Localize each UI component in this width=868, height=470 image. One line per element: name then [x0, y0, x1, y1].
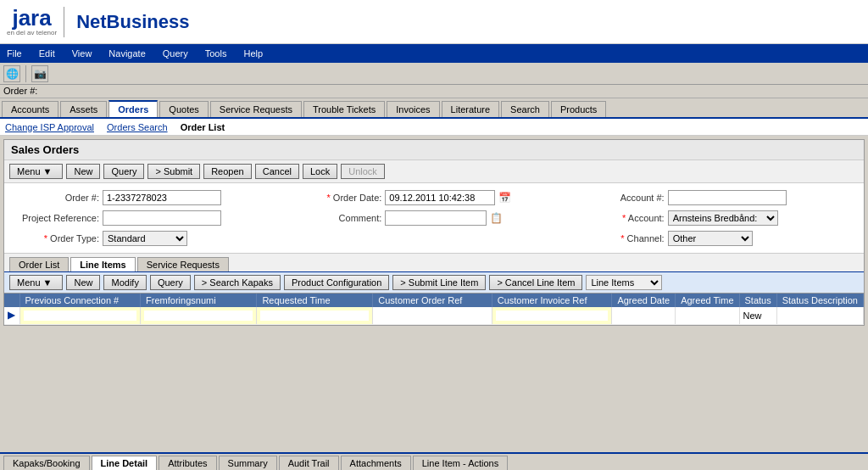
product-config-button[interactable]: Product Configuration	[284, 275, 389, 290]
cell-prev-conn[interactable]	[19, 307, 141, 324]
reopen-button[interactable]: Reopen	[203, 164, 252, 179]
account-select[interactable]: Arnsteins Bredbånd:	[668, 210, 778, 226]
breadcrumb-orders-search[interactable]: Orders Search	[107, 122, 168, 132]
line-new-button[interactable]: New	[66, 275, 100, 290]
comment-label: Comment:	[297, 213, 381, 223]
col-fremfor: Fremforingsnumi	[141, 294, 257, 307]
lock-button[interactable]: Lock	[303, 164, 337, 179]
comment-input[interactable]	[385, 210, 487, 226]
breadcrumb-change-isp[interactable]: Change ISP Approval	[5, 122, 94, 132]
bottom-tabs: Kapaks/Booking Line Detail Attributes Su…	[0, 452, 868, 470]
account-row: Account: Arnsteins Bredbånd:	[580, 210, 854, 226]
line-modify-button[interactable]: Modify	[103, 275, 146, 290]
menu-navigate[interactable]: Navigate	[105, 47, 148, 60]
tab-quotes[interactable]: Quotes	[159, 101, 208, 117]
line-items-table-container: Previous Connection # Fremforingsnumi Re…	[4, 294, 864, 325]
line-menu-button[interactable]: Menu ▼	[9, 275, 63, 290]
tab-orders[interactable]: Orders	[108, 100, 158, 117]
account-num-row: Account #:	[580, 190, 854, 205]
new-button[interactable]: New	[66, 164, 100, 179]
sub-tab-line-items[interactable]: Line Items	[70, 257, 135, 271]
submit-button[interactable]: > Submit	[147, 164, 200, 179]
account-label: Account:	[580, 213, 665, 223]
menu-edit[interactable]: Edit	[36, 47, 58, 60]
bottom-tab-kapaks[interactable]: Kapaks/Booking	[3, 456, 90, 470]
cell-cust-inv[interactable]	[492, 307, 612, 324]
comment-icon[interactable]: 📋	[490, 212, 503, 224]
col-agreed-date: Agreed Date	[612, 294, 676, 307]
channel-select[interactable]: Other	[668, 231, 753, 246]
col-req-time: Requested Time	[257, 294, 373, 307]
bottom-tab-summary[interactable]: Summary	[219, 456, 277, 470]
account-num-label: Account #:	[580, 193, 665, 203]
menu-dropdown-button[interactable]: Menu ▼	[9, 164, 63, 179]
order-type-row: Order Type: Standard	[14, 231, 288, 246]
cell-status-desc	[776, 307, 863, 324]
content-title: Sales Orders	[4, 140, 864, 160]
app-name: NetBusiness	[76, 11, 189, 33]
bottom-tab-attributes[interactable]: Attributes	[159, 456, 216, 470]
col-cust-inv: Customer Invoice Ref	[492, 294, 612, 307]
menu-tools[interactable]: Tools	[202, 47, 231, 60]
cell-agreed-time	[676, 307, 739, 324]
cell-agreed-date	[612, 307, 676, 324]
menu-query[interactable]: Query	[159, 47, 192, 60]
order-number-row: Order #:	[14, 190, 288, 205]
bottom-tab-audit-trail[interactable]: Audit Trail	[279, 456, 339, 470]
cancel-line-button[interactable]: > Cancel Line Item	[489, 275, 582, 290]
search-kapaks-button[interactable]: > Search Kapaks	[194, 275, 281, 290]
action-buttons: Menu ▼ New Query > Submit Reopen Cancel …	[4, 160, 864, 183]
breadcrumb-current: Order List	[181, 122, 225, 132]
content-area: Sales Orders Menu ▼ New Query > Submit R…	[3, 139, 865, 326]
tab-trouble-tickets[interactable]: Trouble Tickets	[303, 101, 385, 117]
submit-line-button[interactable]: > Submit Line Item	[392, 275, 486, 290]
cell-cust-order[interactable]	[373, 307, 492, 324]
unlock-button[interactable]: Unlock	[341, 164, 385, 179]
bottom-tab-line-detail[interactable]: Line Detail	[92, 456, 158, 470]
order-form: Order #: Order Date: 📅 Account #: Projec…	[4, 183, 864, 254]
tab-assets[interactable]: Assets	[60, 101, 107, 117]
order-number-label: Order #:	[14, 193, 99, 203]
account-num-input[interactable]	[668, 190, 787, 205]
camera-icon[interactable]: 📷	[31, 65, 48, 82]
order-date-input[interactable]	[385, 190, 495, 205]
order-number-input[interactable]	[103, 190, 221, 205]
project-ref-input[interactable]	[103, 210, 221, 226]
menubar: File Edit View Navigate Query Tools Help	[0, 44, 868, 63]
channel-row: Channel: Other	[580, 231, 854, 246]
logo-brand: jara	[12, 7, 51, 29]
cell-status: New	[739, 307, 776, 324]
main-tabs: Accounts Assets Orders Quotes Service Re…	[0, 98, 868, 119]
sub-tab-order-list[interactable]: Order List	[9, 257, 69, 271]
line-items-dropdown[interactable]: Line Items	[586, 275, 662, 290]
sub-tab-service-requests[interactable]: Service Requests	[137, 257, 229, 271]
cancel-button[interactable]: Cancel	[255, 164, 299, 179]
query-button[interactable]: Query	[103, 164, 144, 179]
cell-req-time[interactable]	[257, 307, 373, 324]
col-status-desc: Status Description	[776, 294, 863, 307]
col-prev-conn: Previous Connection #	[19, 294, 141, 307]
menu-help[interactable]: Help	[240, 47, 266, 60]
tab-products[interactable]: Products	[551, 101, 606, 117]
logo-sub: en del av telenor	[7, 29, 57, 36]
col-agreed-time: Agreed Time	[676, 294, 739, 307]
order-type-select[interactable]: Standard	[103, 231, 187, 246]
cell-fremfor[interactable]	[141, 307, 257, 324]
tab-literature[interactable]: Literature	[442, 101, 499, 117]
tab-invoices[interactable]: Invoices	[387, 101, 439, 117]
line-query-button[interactable]: Query	[150, 275, 191, 290]
calendar-icon[interactable]: 📅	[498, 192, 511, 204]
bottom-tab-attachments[interactable]: Attachments	[341, 456, 411, 470]
table-row: ▶ New	[4, 307, 864, 324]
menu-view[interactable]: View	[69, 47, 96, 60]
menu-file[interactable]: File	[3, 47, 25, 60]
project-ref-row: Project Reference:	[14, 210, 288, 226]
tab-search[interactable]: Search	[501, 101, 549, 117]
tab-accounts[interactable]: Accounts	[2, 101, 58, 117]
tab-service-requests[interactable]: Service Requests	[210, 101, 302, 117]
globe-icon[interactable]: 🌐	[3, 65, 20, 82]
sub-tabs: Order List Line Items Service Requests	[4, 254, 864, 272]
bottom-tab-line-actions[interactable]: Line Item - Actions	[413, 456, 509, 470]
col-arrow	[4, 294, 19, 307]
order-date-row: Order Date: 📅	[297, 190, 570, 205]
